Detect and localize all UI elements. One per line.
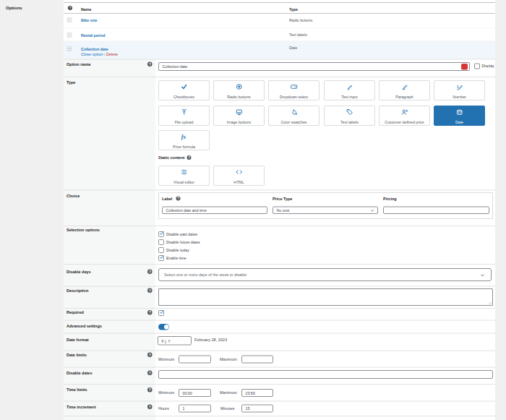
svg-text:$: $ bbox=[406, 109, 408, 113]
svg-text:fx: fx bbox=[181, 134, 186, 140]
svg-text:1: 1 bbox=[457, 85, 459, 89]
